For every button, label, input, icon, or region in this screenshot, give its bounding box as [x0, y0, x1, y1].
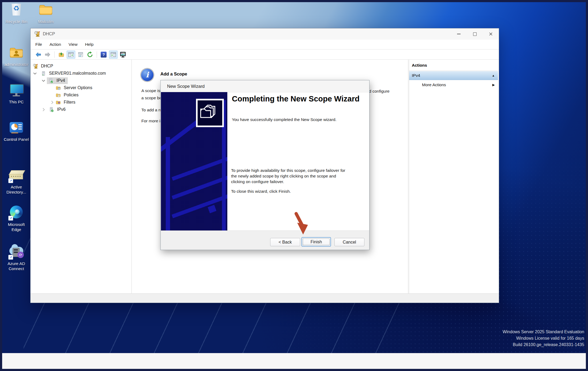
up-folder-icon	[58, 51, 65, 58]
toggle-icon	[18, 124, 22, 125]
actions-more-actions[interactable]: More Actions ▶	[409, 81, 498, 89]
up-one-level-button[interactable]	[57, 51, 65, 58]
close-icon	[489, 32, 493, 36]
chevron-right-icon	[50, 100, 54, 105]
azure-ad-connect-icon: ⟳ ↗	[9, 244, 24, 259]
help-icon: ?	[101, 52, 107, 58]
pie-chart-icon	[11, 124, 18, 130]
new-scope-wizard-dialog: New Scope Wizard Completing the New Scop…	[160, 80, 370, 250]
taskbar	[2, 353, 586, 369]
actions-group-label: IPv4	[412, 73, 420, 78]
title-bar[interactable]: DHCP	[31, 28, 499, 40]
policies-folder-icon	[56, 92, 61, 98]
desktop-icon-label: Active Directory...	[6, 184, 26, 195]
wizard-close-text: To close this wizard, click Finish.	[231, 189, 360, 194]
back-button[interactable]	[34, 51, 42, 58]
windows-version-watermark: Windows Server 2025 Standard Evaluation …	[503, 329, 584, 348]
desktop-icon-microsoft-edge[interactable]: ↗ Microsoft Edge	[2, 205, 31, 232]
chevron-down-icon	[33, 71, 37, 76]
window-status-bar	[31, 293, 499, 303]
menu-file[interactable]: File	[32, 42, 46, 47]
server-slot	[14, 252, 18, 253]
actions-pane: Actions IPv4 ▲ More Actions ▶	[409, 60, 498, 294]
tree-item-server-options[interactable]: Server Options	[56, 84, 92, 91]
help-button[interactable]: ?	[100, 51, 108, 58]
desktop-icon-active-directory[interactable]: ↗ Active Directory...	[2, 168, 31, 195]
results-text-fragment: A scope is	[141, 88, 160, 93]
active-directory-icon: ↗	[9, 168, 24, 183]
monitor-stand	[15, 93, 17, 95]
folders-graphic-icon	[198, 100, 219, 122]
tree-item-dhcp-root[interactable]: DHCP	[33, 63, 53, 70]
user-folder-icon	[9, 45, 24, 60]
sync-icon: ⟳	[17, 252, 24, 258]
cancel-button[interactable]: Cancel	[334, 238, 364, 246]
toolbar-separator	[54, 51, 55, 58]
server-icon	[41, 71, 46, 76]
tree-label: Policies	[64, 93, 78, 97]
tree-label: Server Options	[64, 85, 92, 90]
menu-action[interactable]: Action	[46, 42, 65, 47]
refresh-button[interactable]	[86, 51, 94, 58]
watermark-line: Windows License valid for 165 days	[503, 335, 584, 342]
desktop-icon-azure-ad-connect[interactable]: ⟳ ↗ Azure AD Connect	[2, 244, 31, 271]
monitor-icon	[9, 82, 24, 97]
menu-help[interactable]: Help	[81, 42, 97, 47]
back-arrow-icon	[35, 51, 42, 58]
maximize-button[interactable]	[467, 28, 483, 40]
desktop-icon-label: Malcolm	[38, 19, 54, 24]
dhcp-console-display-button[interactable]	[119, 51, 127, 58]
shortcut-arrow-icon: ↗	[8, 178, 13, 183]
tree-item-policies[interactable]: Policies	[56, 92, 78, 99]
shortcut-arrow-icon: ↗	[8, 255, 13, 260]
desktop-icon-control-panel[interactable]: Control Panel	[2, 120, 31, 142]
minimize-button[interactable]	[451, 28, 467, 40]
refresh-icon	[87, 51, 93, 58]
shortcut-arrow-icon: ↗	[8, 216, 13, 221]
tree-item-server[interactable]: SERVER01.malcolmsoto.com	[33, 70, 106, 77]
menu-view[interactable]: View	[65, 42, 81, 47]
info-icon: i	[141, 68, 154, 82]
actions-group-ipv4[interactable]: IPv4 ▲	[409, 71, 498, 80]
close-button[interactable]	[483, 28, 499, 40]
desktop-icon-label: Recycle Bin	[5, 19, 27, 24]
recycle-bin-icon: ♻	[9, 2, 24, 17]
wizard-title-bar[interactable]: New Scope Wizard	[161, 80, 369, 92]
dhcp-root-icon	[33, 63, 38, 69]
forward-arrow-icon	[44, 51, 51, 58]
watermark-line: Build 26100.ge_release.240331-1435	[503, 342, 584, 348]
server-check-icon	[49, 107, 54, 112]
collapse-caret-icon[interactable]: ▲	[492, 74, 495, 77]
watermark-line: Windows Server 2025 Standard Evaluation	[503, 329, 584, 335]
server-slot	[14, 249, 18, 251]
wizard-button-bar: < Back Finish Cancel	[161, 230, 369, 250]
tree-item-ipv4[interactable]: IPv4	[41, 77, 68, 84]
properties-button[interactable]	[77, 51, 85, 58]
show-console-tree-button[interactable]	[67, 51, 75, 59]
results-text-fragment: d configure	[369, 89, 390, 94]
recycle-symbol-icon: ♻	[9, 4, 24, 13]
finish-button[interactable]: Finish	[301, 237, 331, 247]
chevron-down-icon	[41, 78, 46, 83]
info-letter: i	[146, 70, 149, 79]
desktop-icon-administrator[interactable]: administrator	[2, 45, 31, 67]
forward-button[interactable]	[44, 51, 52, 58]
more-actions-label: More Actions	[422, 82, 446, 87]
tree-label: SERVER01.malcolmsoto.com	[49, 71, 106, 76]
console-tree-pane	[32, 60, 132, 294]
back-button[interactable]: < Back	[270, 238, 300, 246]
desktop-icon-this-pc[interactable]: This PC	[2, 82, 31, 104]
wizard-failover-text: To provide high availability for this sc…	[231, 168, 365, 184]
results-text-fragment: a scope be	[141, 96, 162, 100]
wizard-heading: Completing the New Scope Wizard	[232, 94, 367, 104]
server-check-icon	[48, 78, 54, 84]
tree-item-ipv6[interactable]: IPv6	[41, 106, 66, 113]
desktop-icon-recycle-bin[interactable]: ♻ Recycle Bin	[2, 2, 31, 24]
desktop-icon-malcolm-folder[interactable]: Malcolm	[32, 2, 60, 24]
tree-label: Filters	[64, 100, 76, 105]
show-action-pane-button[interactable]	[109, 51, 118, 59]
tree-item-filters[interactable]: Filters	[50, 99, 76, 106]
toolbar-separator	[97, 51, 97, 58]
dhcp-app-icon	[34, 31, 40, 37]
monitor-screen	[10, 84, 24, 94]
